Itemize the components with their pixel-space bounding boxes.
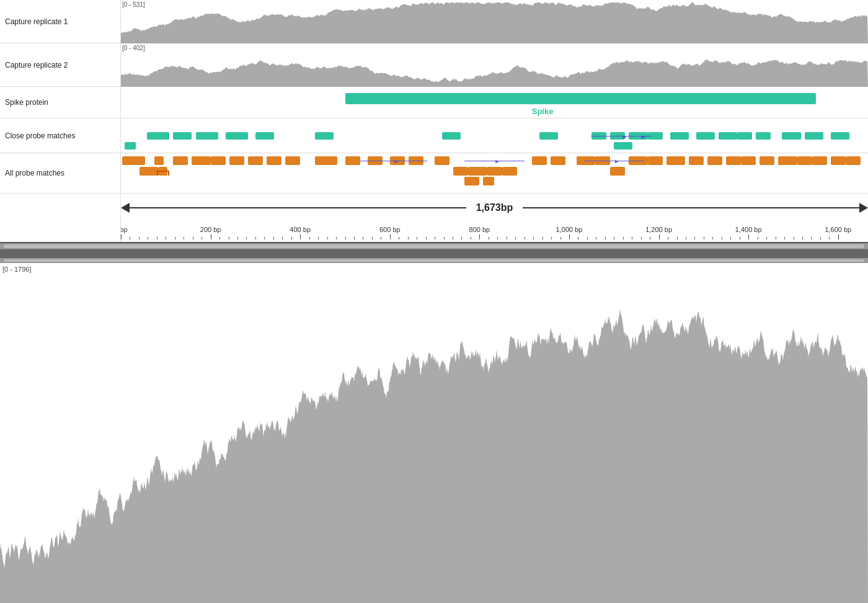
probe-rect[interactable] bbox=[812, 156, 827, 165]
probe-rect[interactable] bbox=[285, 156, 300, 165]
scrollbar-2[interactable] bbox=[0, 249, 868, 258]
bp-minor-tick bbox=[668, 237, 668, 239]
probe-rect[interactable] bbox=[453, 167, 468, 176]
probe-rect[interactable] bbox=[797, 156, 812, 165]
bp-minor-tick bbox=[829, 237, 830, 239]
probe-rect[interactable] bbox=[464, 177, 479, 185]
probe-rect[interactable] bbox=[805, 132, 823, 140]
close-probe-track: Close probe matches ►► bbox=[0, 118, 868, 153]
bp-minor-tick bbox=[659, 237, 660, 239]
bp-minor-tick bbox=[354, 237, 355, 239]
probe-rect[interactable] bbox=[696, 132, 715, 140]
probe-rect[interactable] bbox=[737, 132, 752, 140]
bottom-coverage-track: [0 - 1796] bbox=[0, 263, 868, 603]
bp-minor-tick bbox=[229, 237, 229, 239]
probe-rect[interactable] bbox=[741, 156, 756, 165]
probe-rect[interactable] bbox=[707, 156, 722, 165]
capture1-canvas bbox=[121, 0, 868, 43]
bp-minor-tick bbox=[533, 237, 534, 239]
probe-rect[interactable] bbox=[831, 156, 846, 165]
scrollbar-1[interactable] bbox=[0, 243, 868, 249]
bp-minor-tick bbox=[309, 237, 310, 239]
probe-rect[interactable] bbox=[648, 156, 663, 165]
probe-rect[interactable] bbox=[532, 156, 547, 165]
probe-rect[interactable] bbox=[610, 167, 625, 176]
probe-rect[interactable] bbox=[211, 156, 226, 165]
bottom-canvas bbox=[0, 263, 868, 603]
probe-rect[interactable] bbox=[670, 132, 689, 140]
probe-rect[interactable] bbox=[778, 156, 797, 165]
probe-rect[interactable] bbox=[267, 156, 281, 165]
probe-rect[interactable] bbox=[192, 156, 210, 165]
bp-minor-tick bbox=[740, 237, 740, 239]
bp-minor-tick bbox=[237, 237, 238, 239]
probe-rect[interactable] bbox=[614, 142, 632, 150]
probe-rect[interactable] bbox=[719, 132, 737, 140]
probe-rect[interactable] bbox=[248, 156, 263, 165]
capture1-label: Capture replicate 1 bbox=[0, 0, 121, 43]
probe-rect[interactable] bbox=[726, 156, 741, 165]
probe-rect[interactable] bbox=[782, 132, 800, 140]
probe-rect[interactable] bbox=[122, 156, 144, 165]
probe-rect[interactable] bbox=[468, 167, 487, 176]
probe-rect[interactable] bbox=[173, 156, 188, 165]
bp-minor-tick bbox=[578, 237, 578, 239]
ruler-label-empty bbox=[0, 194, 121, 242]
bp-minor-tick bbox=[461, 237, 462, 239]
probe-rect[interactable] bbox=[226, 132, 248, 140]
probe-rect[interactable] bbox=[502, 167, 517, 176]
bp-minor-tick bbox=[596, 237, 596, 239]
close-probe-label: Close probe matches bbox=[0, 118, 121, 153]
bp-minor-tick bbox=[291, 237, 292, 239]
all-probe-track: All probe matches ►►► bbox=[0, 153, 868, 194]
ruler-content: 1,673bp 0 bp200 bp400 bp600 bp800 bp1,00… bbox=[121, 194, 868, 243]
probe-rect[interactable] bbox=[255, 132, 274, 140]
probe-rect[interactable] bbox=[846, 156, 861, 165]
probe-rect[interactable] bbox=[483, 177, 494, 185]
bp-minor-tick bbox=[336, 237, 337, 239]
ruler-bp-label: 1,673bp bbox=[466, 202, 523, 213]
bp-tick-label: 1,000 bp bbox=[556, 226, 583, 233]
bp-minor-tick bbox=[345, 237, 346, 239]
probe-rect[interactable] bbox=[315, 156, 337, 165]
bp-minor-tick bbox=[202, 237, 202, 239]
bp-minor-tick bbox=[605, 237, 606, 239]
probe-rect[interactable] bbox=[315, 132, 334, 140]
probe-rect[interactable] bbox=[229, 156, 244, 165]
probe-rect[interactable] bbox=[756, 132, 771, 140]
probe-rect[interactable] bbox=[173, 132, 192, 140]
bp-tick-label: 200 bp bbox=[200, 226, 221, 233]
bp-minor-tick bbox=[166, 237, 166, 239]
bp-tick-label: 600 bp bbox=[379, 226, 401, 233]
probe-rect[interactable] bbox=[487, 167, 502, 176]
probe-rect[interactable] bbox=[154, 156, 163, 165]
probe-rect[interactable] bbox=[666, 156, 685, 165]
bp-minor-tick bbox=[435, 237, 435, 239]
probe-rect[interactable] bbox=[147, 132, 169, 140]
genome-viewer: Capture replicate 1 [0 - 531] Capture re… bbox=[0, 0, 868, 603]
bp-minor-tick bbox=[623, 237, 624, 239]
bp-minor-tick bbox=[686, 237, 686, 239]
probe-all-arrow-tip: ► bbox=[394, 158, 399, 164]
bp-minor-tick bbox=[507, 237, 507, 239]
probe-rect[interactable] bbox=[689, 156, 704, 165]
probe-rect[interactable] bbox=[140, 167, 158, 176]
probe-rect[interactable] bbox=[435, 156, 450, 165]
bp-minor-tick bbox=[794, 237, 794, 239]
probe-rect[interactable] bbox=[442, 132, 461, 140]
bp-minor-tick bbox=[300, 237, 301, 239]
bp-minor-tick bbox=[730, 237, 731, 239]
capture2-track: Capture replicate 2 [0 - 402] bbox=[0, 43, 868, 87]
probe-rect[interactable] bbox=[196, 132, 218, 140]
bp-minor-tick bbox=[219, 237, 220, 239]
probe-rect[interactable] bbox=[345, 156, 360, 165]
probe-rect[interactable] bbox=[760, 156, 774, 165]
probe-rect[interactable] bbox=[551, 156, 565, 165]
probe-rect[interactable] bbox=[539, 132, 558, 140]
probe-rect[interactable] bbox=[125, 142, 136, 150]
spike-gene-bar[interactable] bbox=[345, 93, 816, 104]
probe-rect[interactable] bbox=[831, 132, 849, 140]
bp-minor-tick bbox=[381, 237, 381, 239]
bp-minor-tick bbox=[417, 237, 417, 239]
scrollbar-3[interactable] bbox=[0, 258, 868, 263]
